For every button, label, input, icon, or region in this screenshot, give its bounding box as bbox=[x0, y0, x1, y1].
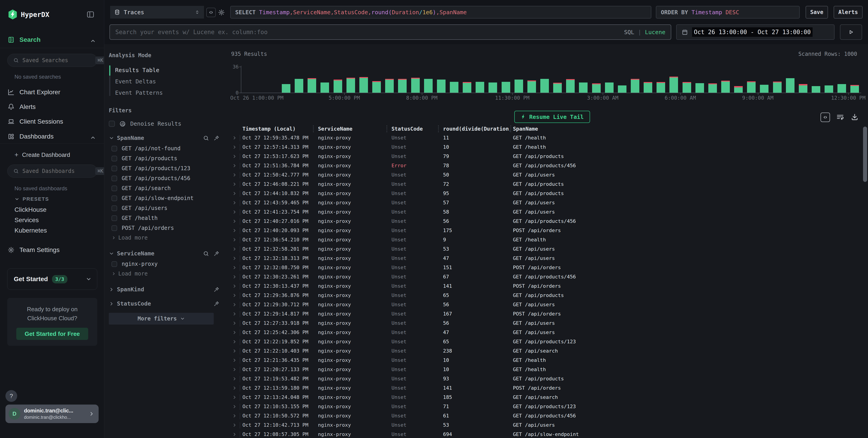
filter-group-header[interactable]: SpanKind bbox=[109, 286, 219, 293]
expand-row-icon[interactable] bbox=[232, 200, 237, 205]
histogram-bar[interactable] bbox=[320, 82, 329, 93]
histogram-bar[interactable] bbox=[385, 79, 394, 93]
expand-row-icon[interactable] bbox=[232, 265, 237, 270]
histogram-bar[interactable] bbox=[334, 79, 342, 93]
pin-icon[interactable] bbox=[214, 301, 219, 307]
chevron-down-icon[interactable] bbox=[109, 135, 114, 141]
filter-option[interactable]: GET /health bbox=[109, 213, 219, 223]
col-spanname[interactable]: SpanName bbox=[513, 126, 538, 132]
histogram-bar[interactable] bbox=[489, 82, 497, 93]
histogram-bar[interactable] bbox=[372, 81, 381, 93]
table-row[interactable]: Oct 27 12:22:10.403 PMnginx-proxyUnset23… bbox=[228, 347, 868, 356]
expand-row-icon[interactable] bbox=[232, 237, 237, 242]
histogram-bar[interactable] bbox=[360, 77, 368, 93]
histogram-bar[interactable] bbox=[424, 79, 433, 93]
sidebar-item-chart-explorer[interactable]: Chart Explorer bbox=[8, 89, 60, 96]
filter-option[interactable]: GET /api/products/456 bbox=[109, 173, 219, 183]
pin-icon[interactable] bbox=[214, 287, 219, 293]
sidebar-item-dashboards[interactable]: Dashboards bbox=[8, 133, 54, 140]
expand-row-icon[interactable] bbox=[232, 135, 237, 140]
table-row[interactable]: Oct 27 12:40:20.093 PMnginx-proxyUnset17… bbox=[228, 226, 868, 236]
filter-option[interactable]: nginx-proxy bbox=[109, 259, 219, 269]
table-row[interactable]: Oct 27 12:57:14.313 PMnginx-proxyUnset10… bbox=[228, 143, 868, 152]
histogram-bar[interactable] bbox=[437, 79, 445, 93]
table-row[interactable]: Oct 27 12:32:18.313 PMnginx-proxyUnset47… bbox=[228, 254, 868, 263]
expand-row-icon[interactable] bbox=[232, 376, 237, 381]
checkbox[interactable] bbox=[112, 215, 117, 221]
expand-row-icon[interactable] bbox=[232, 163, 237, 168]
col-statuscode[interactable]: StatusCode bbox=[392, 126, 423, 132]
expand-row-icon[interactable] bbox=[232, 219, 237, 224]
table-row[interactable]: Oct 27 12:29:30.712 PMnginx-proxyUnset56… bbox=[228, 300, 868, 310]
histogram-bar[interactable] bbox=[553, 83, 562, 93]
histogram-bar[interactable] bbox=[786, 78, 795, 93]
mode-event-deltas[interactable]: Event Deltas bbox=[115, 76, 219, 87]
denoise-results-checkbox[interactable]: Denoise Results bbox=[109, 121, 219, 127]
histogram-bar[interactable] bbox=[308, 78, 316, 93]
table-row[interactable]: Oct 27 12:13:24.048 PMnginx-proxyUnset18… bbox=[228, 393, 868, 402]
histogram-bar[interactable] bbox=[398, 79, 407, 93]
expand-row-icon[interactable] bbox=[232, 413, 237, 418]
expand-row-icon[interactable] bbox=[232, 404, 237, 409]
expand-row-icon[interactable] bbox=[232, 339, 237, 344]
histogram-bar[interactable] bbox=[295, 79, 303, 93]
language-lucene-option[interactable]: Lucene bbox=[645, 29, 665, 35]
column-separator[interactable] bbox=[313, 126, 314, 132]
table-row[interactable]: Oct 27 12:10:50.572 PMnginx-proxyUnset61… bbox=[228, 411, 868, 421]
expand-row-icon[interactable] bbox=[232, 432, 237, 437]
expand-row-icon[interactable] bbox=[232, 246, 237, 251]
expand-row-icon[interactable] bbox=[232, 302, 237, 307]
filter-option[interactable]: POST /api/orders bbox=[109, 223, 219, 233]
saved-searches-input[interactable]: ⌘K bbox=[7, 54, 97, 67]
sidebar-item-services[interactable]: Services bbox=[14, 216, 39, 224]
source-select[interactable]: Traces bbox=[110, 6, 204, 19]
expand-row-icon[interactable] bbox=[232, 154, 237, 159]
table-row[interactable]: Oct 27 12:36:54.210 PMnginx-proxyUnset9G… bbox=[228, 236, 868, 245]
histogram-bar[interactable] bbox=[695, 83, 704, 93]
sidebar-item-clickhouse[interactable]: ClickHouse bbox=[14, 206, 46, 213]
table-row[interactable]: Oct 27 12:44:10.832 PMnginx-proxyUnset95… bbox=[228, 189, 868, 198]
table-row[interactable]: Oct 27 12:25:42.306 PMnginx-proxyUnset47… bbox=[228, 328, 868, 337]
histogram-bar[interactable] bbox=[346, 78, 355, 93]
language-sql-option[interactable]: SQL bbox=[624, 29, 634, 35]
saved-searches-field[interactable] bbox=[22, 57, 92, 64]
presets-section[interactable]: PRESETS bbox=[14, 196, 49, 202]
table-row[interactable]: Oct 27 12:32:58.201 PMnginx-proxyUnset53… bbox=[228, 245, 868, 254]
expand-row-icon[interactable] bbox=[232, 330, 237, 335]
download-icon[interactable] bbox=[850, 112, 859, 121]
run-query-button[interactable] bbox=[840, 25, 862, 40]
expand-row-icon[interactable] bbox=[232, 274, 237, 279]
events-histogram[interactable]: 360Oct 26 1:00:00 PM5:00:00 PM8:00:00 PM… bbox=[228, 61, 868, 102]
expand-row-icon[interactable] bbox=[232, 348, 237, 353]
histogram-bar[interactable] bbox=[475, 82, 484, 93]
expand-row-icon[interactable] bbox=[232, 311, 237, 316]
table-row[interactable]: Oct 27 12:27:33.918 PMnginx-proxyUnset56… bbox=[228, 319, 868, 328]
chevron-up-icon[interactable] bbox=[90, 38, 96, 44]
table-row[interactable]: Oct 27 12:21:36.435 PMnginx-proxyUnset10… bbox=[228, 356, 868, 365]
histogram-bar[interactable] bbox=[502, 82, 510, 93]
histogram-bar[interactable] bbox=[282, 84, 290, 93]
checkbox[interactable] bbox=[112, 205, 117, 211]
checkbox[interactable] bbox=[112, 156, 117, 161]
saved-dashboards-field[interactable] bbox=[22, 168, 92, 174]
pin-icon[interactable] bbox=[214, 135, 219, 141]
more-filters-button[interactable]: More filters bbox=[109, 313, 214, 325]
histogram-bar[interactable] bbox=[850, 85, 859, 93]
filter-search-icon[interactable] bbox=[203, 135, 209, 141]
col-timestamp[interactable]: Timestamp (Local) bbox=[243, 126, 296, 132]
histogram-bar[interactable] bbox=[579, 82, 588, 93]
app-logo[interactable]: HyperDX bbox=[8, 9, 49, 20]
get-started-free-button[interactable]: Get Started for Free bbox=[16, 328, 88, 340]
table-row[interactable]: Oct 27 12:53:17.623 PMnginx-proxyUnset79… bbox=[228, 152, 868, 161]
checkbox[interactable] bbox=[109, 121, 115, 127]
chevron-right-icon[interactable] bbox=[109, 301, 114, 306]
histogram-bar[interactable] bbox=[773, 81, 782, 93]
expand-row-icon[interactable] bbox=[232, 423, 237, 428]
histogram-bar[interactable] bbox=[515, 79, 523, 93]
histogram-bar[interactable] bbox=[799, 84, 807, 93]
col-duration[interactable]: round(divide(Duration, bbox=[443, 126, 510, 132]
filter-group-header[interactable]: StatusCode bbox=[109, 300, 219, 307]
histogram-bar[interactable] bbox=[463, 82, 471, 93]
saved-dashboards-input[interactable]: ⌘K bbox=[7, 165, 97, 178]
column-separator[interactable] bbox=[438, 126, 439, 132]
